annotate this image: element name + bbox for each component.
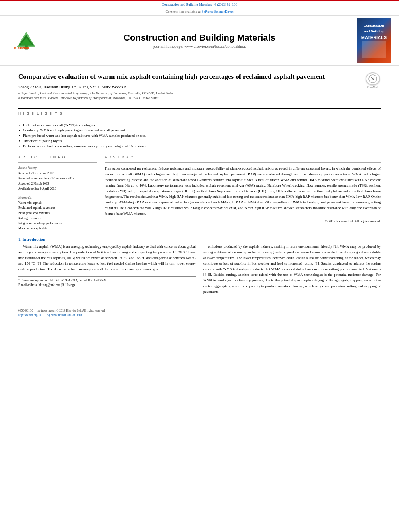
svg-text:✕: ✕ [370,76,375,82]
crossmark-area: ✕ CrossMark [365,72,381,88]
highlights-section: H I G H L I G H T S Different warm mix a… [18,111,381,152]
journal-cover-area: Construction and Building MATERIALS [343,18,391,63]
journal-header: Contents lists available at SciVerse Sci… [0,8,399,66]
article-history: Article history: Received 2 December 201… [18,166,97,191]
journal-homepage: journal homepage: www.elsevier.com/locat… [56,44,343,49]
title-text: Comparative evaluation of warm mix aspha… [18,72,333,82]
received-date: Received 2 December 2012 [18,171,97,176]
bottom-issn: 0950-0618/$ – see front matter © 2013 El… [18,308,381,313]
cover-title-line2: and Building [364,29,383,33]
journal-title-area: Construction and Building Materials jour… [56,33,343,49]
section-title: Introduction [23,237,45,242]
contents-text: Contents lists available at [166,10,202,14]
homepage-text: journal homepage: www.elsevier.com/locat… [153,44,246,49]
intro-paragraph-left: Warm mix asphalt (WMA) is an emerging te… [18,244,196,272]
section-number: 1. [18,237,21,242]
revised-date: Received in revised form 12 February 201… [18,176,97,181]
introduction-heading: 1. Introduction [18,237,381,242]
crossmark-icon: ✕ [368,74,378,84]
intro-col-right: emissions produced by the asphalt indust… [203,244,381,296]
article-info-abstract-row: A R T I C L E I N F O Article history: R… [18,155,381,231]
copyright-text: © 2013 Elsevier Ltd. All rights reserved… [105,219,381,223]
keyword-item: Rutting resistance [18,216,97,221]
keyword-item: Warm mix asphalt [18,201,97,206]
keywords-section: Keywords: Warm mix asphalt Reclaimed asp… [18,196,97,232]
main-content: Comparative evaluation of warm mix aspha… [0,66,399,303]
authors-line: Sheng Zhao a, Baoshan Huang a,*, Xiang S… [18,85,333,89]
authors-text: Sheng Zhao a, Baoshan Huang a,*, Xiang S… [18,85,126,89]
abstract-paragraph: This paper compared rut resistance, fati… [105,166,381,216]
highlights-label: H I G H L I G H T S [18,111,381,115]
journal-title: Construction and Building Materials [56,33,343,43]
highlight-item: Different warm mix asphalt (WMA) technol… [18,122,381,127]
article-info-label: A R T I C L E I N F O [18,155,97,159]
svg-text:ELSEVIER: ELSEVIER [14,47,29,50]
journal-volume-info: Construction and Building Materials 44 (… [0,1,399,8]
highlights-top-divider [18,119,381,119]
abstract-column: A B S T R A C T This paper compared rut … [105,155,381,231]
article-title: Comparative evaluation of warm mix aspha… [18,72,333,103]
elsevier-tree-icon: ELSEVIER [8,30,44,50]
intro-text-left: Warm mix asphalt (WMA) is an emerging te… [18,244,196,272]
highlight-item: Combining WMA with high percentages of r… [18,127,381,133]
footnote-corresponding: * Corresponding author. Tel.: +1 865 974… [18,279,196,283]
affiliation-a: a Department of Civil and Environmental … [18,91,333,96]
keyword-item: Plant-produced mixtures [18,211,97,216]
article-title-section: Comparative evaluation of warm mix aspha… [18,72,381,103]
highlights-bottom-divider [18,152,381,152]
intro-col-left: Warm mix asphalt (WMA) is an emerging te… [18,244,196,296]
article-info-divider [18,162,97,163]
abstract-label: A B S T R A C T [105,155,381,159]
keyword-item: Fatigue and cracking performance [18,221,97,226]
history-label: Article history: [18,166,97,170]
highlights-list: Different warm mix asphalt (WMA) technol… [18,122,381,148]
crossmark-label: CrossMark [367,86,379,88]
contents-line: Contents lists available at SciVerse Sci… [0,8,399,16]
divider-after-affiliations [18,108,381,109]
affiliations: a Department of Civil and Environmental … [18,91,333,100]
keyword-item: Moisture susceptibility [18,226,97,231]
highlight-item: The effect of paving layers. [18,138,381,143]
highlight-item: Plant-produced warm and hot asphalt mixt… [18,133,381,138]
crossmark-badge[interactable]: ✕ [366,72,380,85]
footnote-email: E-mail address: bhuang@utk.edu (B. Huang… [18,283,196,288]
bottom-doi[interactable]: http://dx.doi.org/10.1016/j.conbuildmat.… [18,313,381,317]
intro-paragraph-right: emissions produced by the asphalt indust… [203,244,381,294]
keywords-label: Keywords: [18,196,97,199]
footnotes: * Corresponding author. Tel.: +1 865 974… [18,276,196,288]
history-dates: Received 2 December 2012 Received in rev… [18,171,97,191]
cover-image [362,41,386,58]
accepted-date: Accepted 2 March 2013 [18,181,97,187]
header-main-row: ELSEVIER Construction and Building Mater… [0,16,399,66]
volume-info-text: Construction and Building Materials 44 (… [162,2,237,6]
highlight-item: Performance evaluation on rutting, moist… [18,143,381,148]
abstract-text: This paper compared rut resistance, fati… [105,166,381,216]
introduction-section: 1. Introduction Warm mix asphalt (WMA) i… [18,237,381,296]
elsevier-logo-area: ELSEVIER [8,30,56,51]
journal-cover: Construction and Building MATERIALS [357,18,391,63]
introduction-body: Warm mix asphalt (WMA) is an emerging te… [18,244,381,296]
page: Construction and Building Materials 44 (… [0,0,399,532]
available-date: Available online 9 April 2013 [18,187,97,192]
abstract-divider [105,162,381,163]
bottom-bar: 0950-0618/$ – see front matter © 2013 El… [0,306,399,320]
keyword-item: Reclaimed asphalt pavement [18,205,97,211]
keywords-list: Warm mix asphalt Reclaimed asphalt pavem… [18,201,97,232]
sciverse-link[interactable]: SciVerse ScienceDirect [202,10,234,14]
article-info-column: A R T I C L E I N F O Article history: R… [18,155,97,231]
cover-title-top: Construction [364,24,384,28]
affiliation-b: b Materials and Tests Division, Tennesse… [18,96,333,100]
intro-text-right: emissions produced by the asphalt indust… [203,244,381,294]
cover-materials: MATERIALS [361,35,387,40]
